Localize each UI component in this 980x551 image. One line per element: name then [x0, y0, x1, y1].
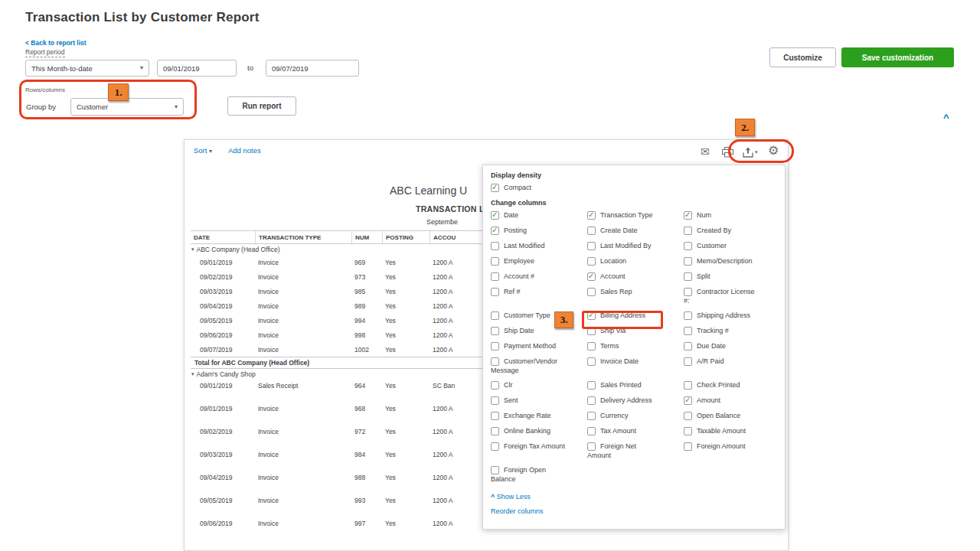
transaction-cell: 09/06/2019 [191, 331, 255, 339]
chevron-down-icon: ▾ [755, 149, 758, 155]
run-report-button[interactable]: Run report [227, 96, 296, 116]
checkbox-exchange-rate[interactable]: Exchange Rate [491, 412, 584, 421]
unchecked-checkbox-icon [491, 412, 499, 420]
checkbox-terms[interactable]: Terms [587, 342, 681, 351]
transaction-cell: 994 [351, 317, 382, 324]
checkbox-open-balance[interactable]: Open Balance [684, 412, 777, 421]
unchecked-checkbox-icon [684, 272, 692, 281]
checkbox-check-printed[interactable]: Check Printed [684, 381, 777, 390]
checkbox-foreign-open-balance[interactable]: Foreign Open Balance [491, 466, 584, 484]
checkbox-label: Customer/Vendor Message [491, 357, 565, 375]
checkbox-employee[interactable]: Employee [491, 257, 584, 266]
transaction-cell: 09/04/2019 [191, 302, 255, 310]
chevron-down-icon: ▾ [140, 65, 143, 71]
checkbox-foreign-tax-amount[interactable]: Foreign Tax Amount [491, 442, 584, 460]
checkbox-taxable-amount[interactable]: Taxable Amount [684, 427, 777, 436]
checkbox-label: Taxable Amount [684, 427, 758, 436]
show-less-link[interactable]: ^ Show Less [491, 493, 777, 500]
print-icon[interactable] [722, 146, 733, 158]
checkbox-foreign-amount[interactable]: Foreign Amount [684, 442, 777, 460]
transaction-cell: Yes [382, 494, 430, 504]
checkmark-icon: ✓ [492, 210, 498, 220]
checkbox-label: Contractor License #: [684, 288, 758, 305]
checkbox-foreign-net-amount[interactable]: Foreign Net Amount [587, 442, 681, 460]
checkbox-created-by[interactable]: Created By [684, 227, 777, 236]
checkmark-icon: ✓ [492, 183, 498, 192]
checkbox-last-modified[interactable]: Last Modified [491, 242, 584, 251]
add-notes-button[interactable]: Add notes [228, 146, 261, 155]
unchecked-checkbox-icon [491, 288, 499, 296]
date-from-input[interactable]: 09/01/2019 [157, 60, 237, 77]
transaction-cell: Yes [382, 403, 430, 412]
checkbox-last-modified-by[interactable]: Last Modified By [587, 242, 681, 251]
checkbox-contractor-license[interactable]: Contractor License #: [684, 288, 777, 305]
checkbox-amount[interactable]: ✓Amount [684, 396, 777, 406]
checkbox-clr[interactable]: Clr [491, 381, 584, 390]
report-period-select[interactable]: This Month-to-date ▾ [25, 60, 149, 77]
checkbox-invoice-date[interactable]: Invoice Date [587, 357, 681, 375]
save-customization-button[interactable]: Save customization [841, 47, 954, 67]
checkbox-label: Check Printed [684, 381, 758, 390]
checkmark-icon: ✓ [492, 226, 498, 235]
checkbox-label: Transaction Type [587, 211, 662, 220]
transaction-cell: Invoice [255, 317, 351, 324]
unchecked-checkbox-icon [684, 381, 692, 390]
checked-checkbox-icon: ✓ [684, 211, 692, 220]
checkbox-shipping-address[interactable]: Shipping Address [684, 311, 777, 321]
transaction-cell: Yes [382, 380, 430, 390]
checkbox-posting[interactable]: ✓Posting [491, 227, 584, 236]
checkbox-tracking[interactable]: Tracking # [684, 327, 777, 336]
checkbox-due-date[interactable]: Due Date [684, 342, 777, 351]
unchecked-checkbox-icon [491, 311, 499, 320]
checkbox-delivery-address[interactable]: Delivery Address [587, 396, 681, 406]
checkbox-label: Memo/Description [684, 257, 758, 266]
checkbox-num[interactable]: ✓Num [684, 211, 777, 220]
checkbox-payment-method[interactable]: Payment Method [491, 342, 584, 351]
date-to-input[interactable]: 09/07/2019 [266, 60, 359, 77]
checkbox-ref[interactable]: Ref # [491, 288, 584, 305]
checkbox-label: Foreign Amount [684, 442, 758, 452]
unchecked-checkbox-icon [491, 357, 499, 366]
checkbox-a-r-paid[interactable]: A/R Paid [684, 357, 777, 375]
checkbox-sales-rep[interactable]: Sales Rep [587, 288, 681, 305]
checkbox-date[interactable]: ✓Date [491, 211, 584, 220]
checkbox-create-date[interactable]: Create Date [587, 227, 681, 236]
checkbox-location[interactable]: Location [587, 257, 681, 266]
report-subtitle: Septembe [426, 218, 458, 226]
unchecked-checkbox-icon [684, 357, 692, 366]
checkbox-customer[interactable]: Customer [684, 242, 777, 251]
checkbox-tax-amount[interactable]: Tax Amount [587, 427, 681, 436]
transaction-cell: Invoice [255, 471, 351, 481]
collapse-caret-icon[interactable]: ^ [943, 112, 949, 123]
checkbox-account[interactable]: ✓Account [587, 272, 681, 282]
checkbox-compact[interactable]: ✓Compact [491, 184, 777, 193]
unchecked-checkbox-icon [491, 257, 499, 266]
checkbox-transaction-type[interactable]: ✓Transaction Type [587, 211, 681, 220]
checkbox-account[interactable]: Account # [491, 272, 584, 282]
transaction-cell: Yes [382, 346, 430, 354]
transaction-cell: 09/06/2019 [191, 517, 255, 527]
gear-icon[interactable]: ⚙ [768, 144, 779, 156]
checkbox-billing-address[interactable]: ✓Billing Address [587, 311, 681, 321]
change-columns-label: Change columns [491, 199, 777, 207]
sort-button[interactable]: Sort ▾ [194, 146, 212, 155]
report-period-value: This Month-to-date [31, 64, 93, 73]
back-to-report-list-link[interactable]: < Back to report list [25, 39, 87, 47]
checkbox-split[interactable]: Split [684, 272, 777, 282]
export-icon[interactable]: ▾ [743, 146, 758, 158]
customize-button[interactable]: Customize [769, 47, 836, 67]
checkbox-customer-vendor-message[interactable]: Customer/Vendor Message [491, 357, 584, 375]
checkbox-memo-description[interactable]: Memo/Description [684, 257, 777, 266]
checkbox-sales-printed[interactable]: Sales Printed [587, 381, 681, 390]
checkbox-sent[interactable]: Sent [491, 396, 584, 406]
checkbox-ship-via[interactable]: Ship Via [587, 327, 681, 336]
checkbox-online-banking[interactable]: Online Banking [491, 427, 584, 436]
page-title: Transaction List by Customer Report [25, 10, 260, 25]
checkbox-currency[interactable]: Currency [587, 412, 681, 421]
unchecked-checkbox-icon [587, 242, 596, 250]
transaction-cell: Yes [382, 302, 430, 310]
checked-checkbox-icon: ✓ [491, 227, 499, 235]
email-icon[interactable]: ✉ [701, 145, 710, 158]
checkbox-label: Online Banking [491, 427, 565, 436]
reorder-columns-link[interactable]: Reorder columns [491, 507, 777, 515]
